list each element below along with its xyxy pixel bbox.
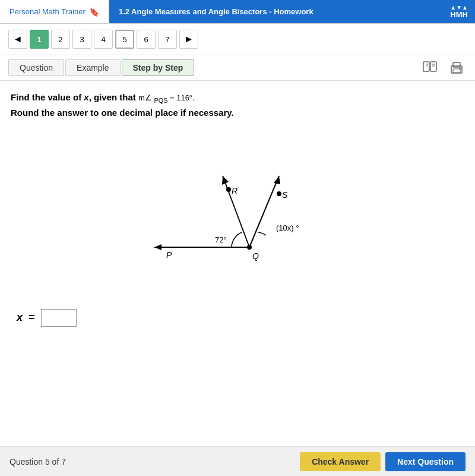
angle-72-label: 72° [215, 235, 227, 244]
content-tab-bar: Question Example Step by Step [0, 55, 475, 81]
tab-icon-group [420, 59, 467, 77]
tab-homework[interactable]: 1.2 Angle Measures and Angle Bisectors -… [109, 0, 443, 23]
personal-tab-icon: 🔖 [89, 7, 99, 17]
tab-question[interactable]: Question [8, 59, 64, 76]
angle-10x-label: (10x) ° [276, 223, 299, 232]
header: Personal Math Trainer 🔖 1.2 Angle Measur… [0, 0, 475, 24]
page-5-button[interactable]: 5 [115, 30, 134, 49]
point-p-label: P [166, 250, 172, 260]
tab-step-by-step[interactable]: Step by Step [122, 59, 195, 76]
point-s-label: S [282, 190, 288, 200]
geometry-diagram: P Q R S 72° (10x) ° [119, 128, 356, 295]
footer: Question 5 of 7 Check Answer Next Questi… [0, 446, 475, 476]
next-page-button[interactable]: ► [179, 30, 198, 49]
book-icon [422, 61, 439, 75]
page-3-button[interactable]: 3 [72, 30, 91, 49]
prev-page-button[interactable]: ◄ [8, 30, 27, 49]
answer-input[interactable] [41, 309, 77, 327]
point-s-dot [277, 191, 281, 196]
svg-rect-0 [423, 62, 429, 71]
book-icon-button[interactable] [420, 59, 441, 77]
tab-personal-math-trainer[interactable]: Personal Math Trainer 🔖 [0, 0, 109, 23]
page-1-button[interactable]: 1 [30, 30, 49, 49]
pagination-bar: ◄ 1 2 3 4 5 6 7 ► [0, 24, 475, 55]
page-6-button[interactable]: 6 [137, 30, 156, 49]
hmh-logo: ▲▼▲HMH [443, 0, 475, 23]
tab-example[interactable]: Example [65, 59, 120, 76]
check-answer-button[interactable]: Check Answer [300, 452, 381, 471]
svg-marker-11 [154, 244, 162, 250]
page-2-button[interactable]: 2 [51, 30, 70, 49]
point-r-dot [226, 187, 231, 192]
svg-rect-8 [453, 69, 460, 72]
point-r-label: R [232, 186, 238, 196]
svg-rect-1 [430, 62, 436, 71]
footer-question-info: Question 5 of 7 [10, 457, 300, 466]
hmh-logo-text: ▲▼▲HMH [450, 5, 468, 18]
tab-personal-label: Personal Math Trainer [10, 7, 86, 16]
print-icon [448, 60, 465, 75]
svg-line-14 [249, 176, 279, 247]
print-icon-button[interactable] [446, 59, 467, 77]
x-variable-label: x [17, 311, 23, 324]
svg-marker-15 [274, 176, 280, 184]
main-content: Find the value of x, given that m∠ PQS =… [0, 81, 475, 333]
question-text: Find the value of x, given that m∠ PQS =… [11, 90, 464, 120]
point-q-label: Q [252, 251, 259, 261]
page-7-button[interactable]: 7 [158, 30, 177, 49]
next-question-button[interactable]: Next Question [385, 452, 466, 471]
page-4-button[interactable]: 4 [94, 30, 113, 49]
svg-rect-7 [453, 62, 460, 67]
answer-row: x = [11, 309, 464, 327]
tab-homework-label: 1.2 Angle Measures and Angle Bisectors -… [119, 7, 314, 16]
svg-point-9 [460, 68, 461, 70]
equals-sign: = [28, 311, 35, 324]
